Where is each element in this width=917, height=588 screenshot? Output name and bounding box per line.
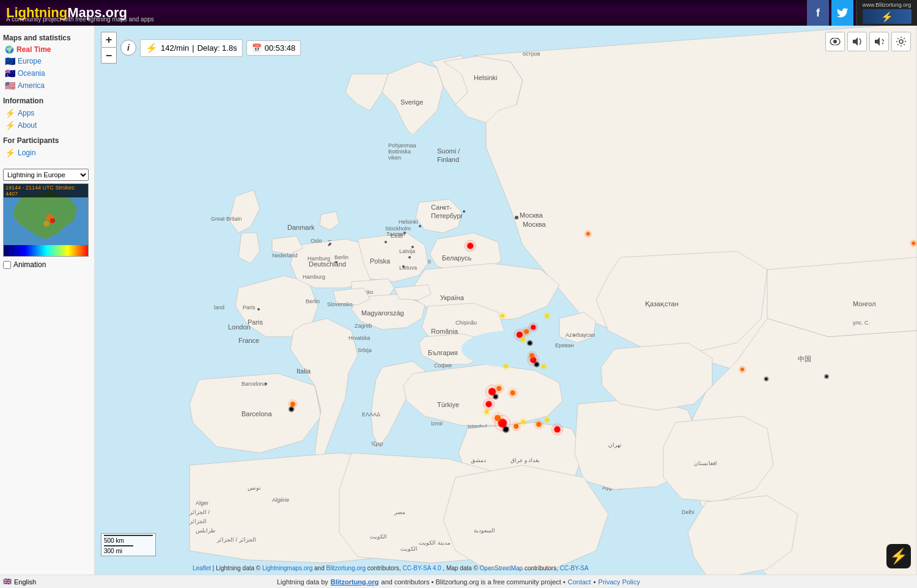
zoom-controls: + − [101,32,117,64]
svg-text:România: România [431,328,458,335]
svg-text:Slovensko: Slovensko [327,301,353,307]
europe-link[interactable]: 🇪🇺 Europe [3,55,91,67]
svg-text:طرابلس: طرابلس [196,527,215,534]
maps-stats-title: Maps and statistics [3,34,91,42]
map-region-dropdown[interactable]: Lightning in Europe [3,169,89,181]
map-container[interactable]: .land { fill: #f5f0e8; stroke: #aaa; str… [95,26,917,575]
svg-text:الكويت: الكويت [370,534,387,540]
map-svg[interactable]: .land { fill: #f5f0e8; stroke: #aaa; str… [95,26,917,575]
animation-checkbox[interactable] [3,261,11,269]
svg-point-6 [43,221,50,227]
svg-text:България: България [428,349,458,356]
footer-blitz-link[interactable]: Blitzortung.org [331,578,379,586]
header-right: f www.Blitzortung.org ⚡ [807,0,917,26]
america-link[interactable]: 🇺🇸 America [3,79,91,92]
lightning-rate: 142/min [161,43,189,53]
twitter-button[interactable] [831,0,853,26]
realtime-label: Real Time [17,45,51,54]
main-layout: Maps and statistics 🌍 Real Time 🇪🇺 Europ… [0,26,917,575]
volume-button[interactable] [847,32,867,51]
timer-display: 📅 00:53:48 [246,40,301,56]
footer-privacy-link[interactable]: Privacy Policy [598,578,640,586]
footer-sep: • [594,578,596,586]
animation-control[interactable]: Animation [3,260,91,269]
cc-by-sa2-link[interactable]: CC-BY-SA [560,565,589,571]
minimap-timestamp: 19144 - 21144 UTC Strokes: 4407 [4,184,88,197]
svg-text:Italia: Italia [296,367,311,375]
login-link[interactable]: ⚡ Login [3,147,91,159]
timer-value: 00:53:48 [265,43,296,53]
footer-contact-link[interactable]: Contact [568,578,591,586]
svg-text:تهران: تهران [608,442,622,449]
blitzortung-link[interactable]: www.Blitzortung.org ⚡ [856,0,917,26]
footer-text: Lightning data by [277,578,328,586]
about-link[interactable]: ⚡ About [3,119,91,131]
america-flag: 🇺🇸 [5,81,15,90]
settings-button[interactable] [891,32,911,51]
leaflet-attribution: Leaflet | Lightning data © Lightningmaps… [193,565,589,571]
lightningmaps-link[interactable]: Lightningmaps.org [262,565,312,571]
about-label: About [18,121,37,130]
svg-point-120 [257,308,260,311]
footer-mid-text: and contributors • Blitzortung.org is a … [381,578,565,586]
svg-line-128 [882,39,883,40]
svg-text:Монгол: Монгол [853,300,876,307]
svg-text:Azərbaycan: Azərbaycan [565,332,595,338]
svg-rect-7 [4,245,89,256]
scale-mi-bar [104,545,133,546]
svg-text:France: France [238,337,259,344]
svg-text:الجزائر: الجزائر [189,518,207,525]
svg-text:Nederland: Nederland [272,252,298,259]
europe-label: Europe [18,57,42,65]
svg-text:улс. С.: улс. С. [853,320,870,326]
svg-text:مصر: مصر [394,509,405,516]
blitz-bolt-icon: ⚡ [881,11,893,23]
svg-text:Berlin: Berlin [306,298,320,304]
svg-text:中国: 中国 [798,355,811,362]
cc-by-sa-link[interactable]: CC-BY-SA 4.0 [403,565,441,571]
map-toolbar: + − i ⚡ 142/min | Delay: 1.8s 📅 00:53:48 [101,32,301,64]
scale-bar: 500 km 300 mi [101,533,156,556]
eye-button[interactable] [825,32,845,51]
svg-point-104 [419,225,421,227]
app-lightning-button[interactable]: ⚡ [886,544,911,568]
svg-text:land: land [214,304,224,311]
delay-label: Delay: 1.8s [197,43,237,53]
svg-line-129 [882,43,883,44]
svg-text:Latvija: Latvija [399,248,415,254]
svg-text:Oslo: Oslo [311,238,322,244]
svg-point-103 [385,241,387,243]
svg-text:Helsinki: Helsinki [399,219,418,225]
scale-mi-label: 300 mi [104,548,153,554]
svg-text:Delhi: Delhi [682,509,694,515]
svg-text:Algérie: Algérie [272,497,289,503]
svg-text:Lietuva: Lietuva [399,265,417,271]
language-selector[interactable]: 🇬🇧 English [0,575,95,588]
svg-text:الكويت: الكويت [400,546,418,553]
svg-text:Polska: Polska [370,257,391,265]
svg-text:Barcelona: Barcelona [241,381,267,387]
sound-alert-button[interactable] [869,32,889,51]
svg-text:Hamburg: Hamburg [308,255,330,262]
leaflet-link[interactable]: Leaflet [193,565,211,571]
tagline: A community project with free lightning … [6,16,154,23]
blitz-attr-link[interactable]: Blitzortung.org [326,565,366,571]
osm-link[interactable]: OpenStreetMap [480,565,523,571]
zoom-in-button[interactable]: + [101,32,117,48]
svg-text:Москва: Москва [523,221,546,228]
svg-text:Magyarország: Magyarország [361,309,404,317]
footer: Lightning data by Blitzortung.org and co… [0,575,917,588]
facebook-button[interactable]: f [807,0,829,26]
language-label: English [14,578,36,586]
realtime-link[interactable]: 🌍 Real Time [3,44,91,55]
svg-text:остров: остров [523,51,540,57]
svg-text:Москва: Москва [520,211,543,219]
delay-separator: | [192,43,194,53]
svg-text:Alger: Alger [196,500,208,506]
apps-label: Apps [18,109,34,117]
info-button[interactable]: i [120,40,136,56]
information-title: Information [3,97,91,105]
zoom-out-button[interactable]: − [101,48,117,64]
apps-link[interactable]: ⚡ Apps [3,107,91,119]
oceania-link[interactable]: 🇦🇺 Oceania [3,67,91,79]
